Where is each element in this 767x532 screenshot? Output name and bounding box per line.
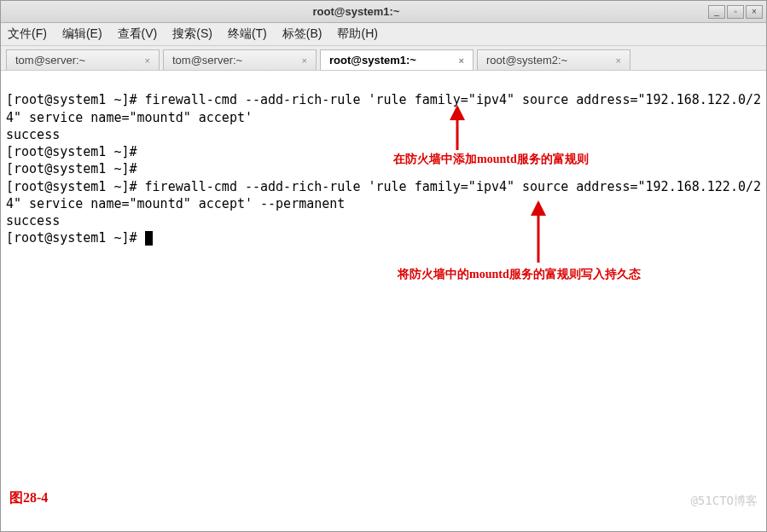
terminal-area[interactable]: [root@system1 ~]# firewall-cmd --add-ric… (1, 71, 766, 514)
window-controls: _ ▫ × (708, 5, 763, 19)
arrow-icon (440, 103, 474, 154)
title-bar: root@system1:~ _ ▫ × (1, 1, 766, 23)
menu-bar: 文件(F) 编辑(E) 查看(V) 搜索(S) 终端(T) 标签(B) 帮助(H… (1, 23, 766, 46)
close-icon[interactable]: × (459, 55, 464, 66)
menu-tabs[interactable]: 标签(B) (282, 26, 322, 42)
figure-label: 图28-4 (9, 489, 48, 507)
arrow-icon (521, 199, 555, 267)
tab-label: root@system1:~ (329, 54, 416, 66)
watermark: @51CTO博客 (690, 493, 758, 509)
terminal-line: success (6, 127, 60, 142)
tab-label: tom@server:~ (172, 54, 242, 66)
terminal-line: success (6, 213, 60, 228)
menu-help[interactable]: 帮助(H) (337, 26, 377, 42)
annotation-2: 将防火墙中的mountd服务的富规则写入持久态 (398, 267, 641, 283)
tab-label: tom@server:~ (15, 54, 85, 66)
tab-3[interactable]: root@system1:~ × (320, 49, 474, 70)
tab-2[interactable]: tom@server:~ × (163, 49, 317, 70)
menu-terminal[interactable]: 终端(T) (228, 26, 267, 42)
menu-file[interactable]: 文件(F) (8, 26, 47, 42)
tab-1[interactable]: tom@server:~ × (6, 49, 160, 70)
tab-bar: tom@server:~ × tom@server:~ × root@syste… (1, 46, 766, 71)
menu-search[interactable]: 搜索(S) (172, 26, 212, 42)
close-icon[interactable]: × (616, 55, 621, 66)
window-title: root@system1:~ (4, 5, 708, 18)
minimize-button[interactable]: _ (708, 5, 725, 19)
tab-4[interactable]: root@system2:~ × (477, 49, 630, 70)
menu-view[interactable]: 查看(V) (118, 26, 158, 42)
close-button[interactable]: × (746, 5, 763, 19)
terminal-line: [root@system1 ~]# (6, 230, 145, 246)
annotation-1: 在防火墙中添加mountd服务的富规则 (393, 152, 589, 168)
maximize-button[interactable]: ▫ (727, 5, 744, 19)
tab-label: root@system2:~ (486, 54, 567, 66)
terminal-line: [root@system1 ~]# (6, 161, 137, 176)
close-icon[interactable]: × (145, 55, 150, 66)
cursor-icon (145, 231, 153, 246)
terminal-line: [root@system1 ~]# firewall-cmd --add-ric… (6, 179, 761, 211)
terminal-line: [root@system1 ~]# firewall-cmd --add-ric… (6, 92, 761, 124)
terminal-line: [root@system1 ~]# (6, 144, 137, 159)
close-icon[interactable]: × (302, 55, 307, 66)
menu-edit[interactable]: 编辑(E) (62, 26, 102, 42)
